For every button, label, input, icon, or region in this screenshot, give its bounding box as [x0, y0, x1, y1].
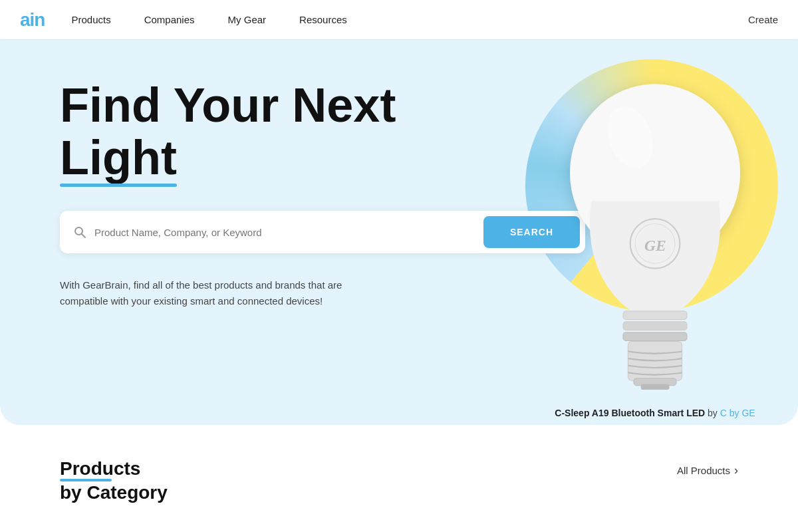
svg-rect-6	[623, 332, 687, 341]
bulb-image: GE	[549, 59, 761, 402]
nav-link-my-gear[interactable]: My Gear	[228, 14, 267, 25]
hero-description: With GearBrain, find all of the best pro…	[60, 277, 386, 309]
hero-title: Find Your Next Light	[60, 79, 446, 184]
nav-link-resources[interactable]: Resources	[299, 14, 347, 25]
svg-line-1	[82, 234, 86, 238]
hero-content: Find Your Next Light SEARCH With GearBra…	[60, 79, 446, 309]
all-products-link[interactable]: All Products ›	[677, 464, 738, 477]
product-by-label: by	[708, 408, 718, 418]
svg-rect-9	[641, 384, 670, 390]
product-company-link[interactable]: C by GE	[720, 408, 755, 418]
all-products-label: All Products	[677, 465, 730, 476]
brand-logo[interactable]: ain	[20, 9, 45, 31]
products-by-category: by Category	[60, 482, 168, 503]
chevron-right-icon: ›	[734, 464, 738, 477]
navbar: ain Products Companies My Gear Resources…	[0, 0, 798, 39]
search-input[interactable]	[94, 227, 483, 238]
svg-rect-5	[623, 322, 687, 331]
hero-image-area: GE C-Sleep A19 Bluetooth Smart LED by C …	[505, 39, 798, 425]
svg-rect-4	[623, 311, 687, 320]
hero-section: Find Your Next Light SEARCH With GearBra…	[0, 39, 798, 425]
products-title-block: Products by Category	[60, 458, 168, 503]
nav-link-companies[interactable]: Companies	[144, 14, 195, 25]
search-box: SEARCH	[60, 211, 585, 253]
search-icon	[73, 225, 86, 239]
nav-links: Products Companies My Gear Resources	[71, 14, 748, 25]
svg-text:GE: GE	[644, 237, 666, 254]
hero-title-line2: Light	[60, 132, 177, 184]
nav-link-products[interactable]: Products	[71, 14, 110, 25]
nav-cta[interactable]: Create	[748, 14, 778, 25]
products-section-label: Products	[60, 458, 140, 479]
products-section: Products by Category All Products ›	[0, 425, 798, 523]
hero-title-line1: Find Your Next	[60, 78, 396, 132]
product-caption: C-Sleep A19 Bluetooth Smart LED by C by …	[555, 408, 755, 418]
product-name: C-Sleep A19 Bluetooth Smart LED	[555, 408, 705, 418]
